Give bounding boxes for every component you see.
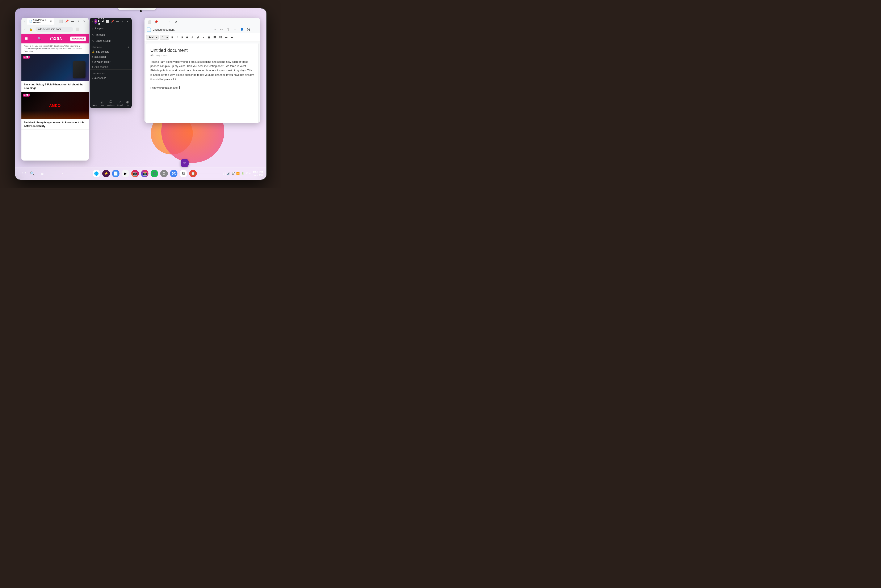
search-label: Search [117, 104, 123, 106]
drafts-icon: ▷ [92, 39, 94, 43]
docs-pin-icon[interactable]: 📌 [153, 19, 159, 24]
screenshot-icon[interactable]: ⬜ [59, 19, 63, 24]
new-tab-button[interactable]: + [55, 19, 57, 23]
pin-icon[interactable]: 📌 [64, 19, 69, 24]
browser-tab-xda[interactable]: 📄 XDA Portal & Forums ✕ [27, 18, 54, 24]
taskbar-instagram-icon[interactable]: 📷 [131, 170, 139, 177]
docs-close-icon[interactable]: ✕ [173, 19, 179, 24]
taskbar-meta-icon[interactable]: 📸 [141, 170, 149, 177]
chat-icon[interactable]: 💬 [232, 172, 235, 175]
overview-icon[interactable]: ⊞ [39, 170, 46, 177]
apps-grid-icon[interactable]: ⋮⋮⋮ [18, 170, 26, 177]
more-options-icon[interactable]: ⋮ [81, 27, 87, 32]
indent-button[interactable]: ⇥ [224, 35, 229, 40]
add-channel-btn[interactable]: + Add channel [90, 64, 132, 69]
taskbar-search-icon[interactable]: 🔍 [29, 170, 36, 177]
align-button[interactable]: ≡ [201, 35, 205, 40]
channel-xda-seniors[interactable]: 🔒 xda-seniors [90, 50, 132, 54]
compose-fab-button[interactable]: ✏ [180, 159, 189, 167]
taskbar-google-icon[interactable]: G [180, 170, 187, 177]
taskbar-slack-icon[interactable]: ⚡ [102, 170, 110, 177]
channels-collapse-icon[interactable]: ∧ [128, 46, 129, 48]
number-list-button[interactable]: ☷ [218, 35, 223, 40]
spotify-icon: 🎵 [152, 171, 157, 176]
font-size-selector[interactable]: 11 [160, 35, 169, 40]
close-icon[interactable]: ✕ [82, 19, 87, 24]
taskbar-tasks-icon[interactable]: 📋 [189, 170, 197, 177]
redo-button[interactable]: ↪ [219, 27, 224, 32]
slack-minimize-icon[interactable]: — [115, 19, 119, 24]
taskbar-settings-icon[interactable]: ⚙ [160, 170, 168, 177]
slack-titlebar-actions: ⬜ 📌 — ⤢ ✕ [105, 19, 129, 24]
tab-close-button[interactable]: ✕ [50, 20, 52, 22]
back-icon[interactable]: ‹ [59, 170, 66, 177]
docs-fullscreen-icon[interactable]: ⤢ [167, 19, 172, 24]
slack-close-icon[interactable]: ✕ [125, 19, 129, 24]
taskbar-spotify-icon[interactable]: 🎵 [150, 170, 158, 177]
slack-threads-nav[interactable]: ▷ Threads [90, 32, 132, 38]
text-size-icon[interactable]: T [226, 27, 231, 32]
slack-back-button[interactable]: ‹ [92, 19, 93, 24]
taskbar-docs-icon[interactable]: 📄 [112, 170, 119, 177]
slack-nav-dms[interactable]: ◎ DMs [100, 100, 104, 106]
taskbar-chrome-icon[interactable]: 🌐 [93, 170, 100, 177]
taskbar-maps-icon[interactable]: 🗺 [170, 170, 177, 177]
xda-search-icon[interactable]: 🔍 [37, 36, 42, 41]
slack-screenshot-icon[interactable]: ⬜ [105, 19, 110, 24]
volume-icon[interactable]: 🔊 [227, 172, 230, 175]
font-selector[interactable]: Arial [146, 35, 159, 40]
channel-alerts-tech[interactable]: # alerts-tech [90, 75, 132, 81]
home-icon[interactable]: ○ [49, 170, 56, 177]
slack-fullscreen-icon[interactable]: ⤢ [120, 19, 125, 24]
undo-button[interactable]: ↩ [212, 27, 218, 32]
add-icon[interactable]: + [232, 27, 238, 32]
comments-icon[interactable]: 💬 [246, 27, 251, 32]
time-display[interactable]: 4:58 PM Mon, 7/31 [253, 170, 263, 177]
browser-back-button[interactable]: ‹ [23, 19, 26, 23]
article-amd-badge: 2 💬 [23, 94, 30, 96]
system-tray-icons: ⬚ 🔊 💬 📶 🔋 92% [223, 172, 251, 175]
slack-drafts-nav[interactable]: ▷ Drafts & Sent [90, 38, 132, 44]
strikethrough-button[interactable]: S [185, 35, 189, 40]
more-icon[interactable]: ⋮ [253, 27, 258, 32]
slack-nav-mentions[interactable]: @ Mentions [107, 100, 114, 106]
minimize-icon[interactable]: — [70, 19, 75, 24]
bold-button[interactable]: B [170, 35, 174, 40]
underline-button[interactable]: U [180, 35, 184, 40]
xda-menu-icon[interactable]: ☰ [24, 36, 29, 41]
home-button[interactable]: ⌂ [24, 27, 27, 31]
newsletter-button[interactable]: Newsletter [70, 36, 86, 41]
slack-nav-home[interactable]: ⌂ Home [92, 100, 97, 106]
docs-minimize-icon[interactable]: — [160, 19, 165, 24]
browser-addressbar: ⌂ 🔒 ⬜ ⋮ [21, 25, 89, 34]
screen-cast-icon[interactable]: ⬚ [223, 172, 226, 175]
add-person-icon[interactable]: 👤 [239, 27, 245, 32]
article-fold5[interactable]: 4 💬 Samsung Galaxy Z Fold 5 hands on: Al… [21, 54, 89, 92]
fullscreen-icon[interactable]: ⤢ [76, 19, 81, 24]
channel-z-water-cooler[interactable]: # z-water-cooler [90, 59, 132, 64]
reader-mode-icon[interactable]: ⬜ [75, 27, 80, 32]
outdent-button[interactable]: ⇤ [230, 35, 234, 40]
channel-name: xda-seniors [96, 50, 109, 53]
instagram-icon: 📷 [133, 171, 137, 176]
channel-xda-social[interactable]: # xda-social [90, 54, 132, 59]
italic-button[interactable]: I [176, 35, 179, 40]
slack-nav-search[interactable]: ⌕ Search [117, 100, 123, 106]
taskbar-play-icon[interactable]: ▶ [122, 170, 129, 177]
lock-icon: 🔒 [29, 27, 34, 31]
indent-less-button[interactable]: ⊞ [207, 35, 211, 40]
slack-pin-icon[interactable]: 📌 [110, 19, 114, 24]
url-input[interactable] [36, 27, 73, 32]
slack-jump-to[interactable]: ⌕ Jump to... [90, 26, 132, 32]
wifi-icon: 📶 [236, 172, 240, 175]
docs-content-area[interactable]: Untitled document All changes saved Test… [146, 44, 258, 123]
bullet-list-button[interactable]: ☰ [212, 35, 217, 40]
current-time: 4:58 PM [253, 170, 263, 174]
article-amd[interactable]: 2 💬 AMD⬡ Zenbleed: Everything you need t… [21, 92, 89, 130]
docs-document-title[interactable]: Untitled document [152, 28, 211, 31]
docs-body-text[interactable]: Testing I am doing voice typing. I am ju… [150, 60, 254, 90]
docs-screenshot-icon[interactable]: ⬜ [147, 19, 152, 24]
highlight-button[interactable]: 🖊 [195, 35, 200, 40]
slack-nav-you[interactable]: ◉ You [126, 100, 129, 106]
text-color-button[interactable]: A [190, 35, 194, 40]
